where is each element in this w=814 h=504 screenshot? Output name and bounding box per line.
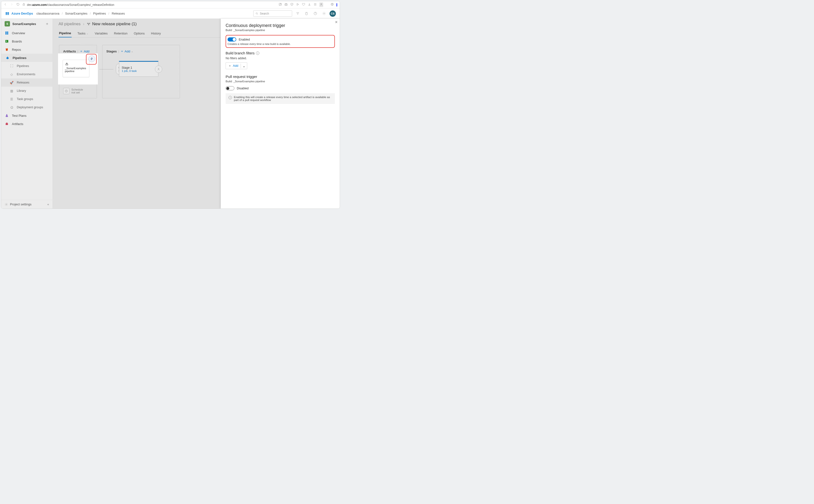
stages-column: Stages | ＋ Add ⌄ Stage 1 1 job, 0 task <box>102 45 180 98</box>
sidebar-item-library[interactable]: ▥ Library <box>1 87 52 95</box>
tab-history[interactable]: History <box>151 29 161 37</box>
search-placeholder: Search <box>260 12 269 15</box>
play-icon[interactable] <box>296 3 299 7</box>
crumb-pipelines[interactable]: Pipelines <box>93 12 106 15</box>
search-input[interactable]: Search <box>253 10 292 17</box>
collapse-icon[interactable]: « <box>47 202 49 206</box>
cube-icon[interactable] <box>331 3 334 7</box>
shield-icon[interactable] <box>290 3 294 7</box>
project-settings-label: Project settings <box>10 202 32 206</box>
project-header[interactable]: S SonarExamples ＋ <box>1 19 52 29</box>
artifacts-column: Artifacts | ＋ Add _SonarExamples pipelin… <box>59 45 97 98</box>
marketplace-icon[interactable] <box>303 10 310 17</box>
svg-rect-10 <box>7 32 8 33</box>
artifacts-title: Artifacts <box>63 50 76 53</box>
project-icon: S <box>5 21 10 26</box>
pipeline-title[interactable]: New release pipeline (1) <box>87 22 136 26</box>
crumb-releases[interactable]: Releases <box>112 12 125 15</box>
tab-variables[interactable]: Variables <box>94 29 108 37</box>
schedule-row[interactable]: Schedule not set <box>63 88 83 94</box>
svg-rect-11 <box>5 33 7 34</box>
tab-retention[interactable]: Retention <box>113 29 128 37</box>
sidebar-item-pipelines[interactable]: Pipelines <box>1 54 52 62</box>
heart-icon[interactable] <box>302 3 305 7</box>
sidebar-item-test-plans[interactable]: Test Plans <box>1 111 52 120</box>
gear-icon[interactable]: Project settings <box>5 202 32 206</box>
cd-enabled-toggle[interactable] <box>228 37 236 42</box>
add-project-icon[interactable]: ＋ <box>45 21 49 26</box>
taskgroups-icon: ☰ <box>9 97 14 101</box>
clock-icon <box>63 88 69 94</box>
nav-fwd-icon[interactable] <box>10 3 13 7</box>
sidebar-item-overview[interactable]: Overview <box>1 29 52 37</box>
nav-back-icon[interactable] <box>4 3 7 7</box>
sidebar-item-deployment-groups[interactable]: ⌬ Deployment groups <box>1 103 52 111</box>
add-filter-button[interactable]: ＋Add ⌄ <box>226 62 247 69</box>
sidebar-item-releases[interactable]: 🚀 Releases <box>1 78 52 87</box>
tab-options[interactable]: Options <box>133 29 145 37</box>
tab-pipeline[interactable]: Pipeline <box>59 29 72 37</box>
profile-icon[interactable] <box>319 2 323 7</box>
overview-icon <box>5 31 9 35</box>
sidebar-item-artifacts[interactable]: Artifacts <box>1 120 52 128</box>
info-icon: i <box>229 96 232 99</box>
schedule-label2: not set <box>71 91 83 94</box>
library-icon: ▥ <box>9 89 14 93</box>
crumb-project[interactable]: SonarExamples <box>65 12 87 15</box>
sidebar-item-repos[interactable]: Repos <box>1 45 52 54</box>
post-deploy-conditions[interactable] <box>155 66 162 73</box>
azure-topbar: Azure DevOps claudiasonarova / SonarExam… <box>1 8 340 19</box>
project-name: SonarExamples <box>12 22 43 26</box>
crumb-org[interactable]: claudiasonarova <box>36 12 59 15</box>
pr-trigger-label: Disabled <box>237 87 249 90</box>
cd-trigger-button[interactable] <box>88 55 95 62</box>
schedule-label1: Schedule <box>71 88 83 91</box>
tab-tasks[interactable]: Tasks⌄ <box>77 29 89 37</box>
artifact-card[interactable]: _SonarExamples pipeline <box>63 60 89 77</box>
svg-rect-0 <box>23 4 25 5</box>
download-icon[interactable] <box>308 3 311 7</box>
svg-rect-16 <box>6 123 8 125</box>
url-bar[interactable]: dev.azure.com/claudiasonarova/SonarExamp… <box>22 3 276 7</box>
stage-card[interactable]: Stage 1 1 job, 0 task <box>119 62 158 77</box>
sidebar-item-pipelines-sub[interactable]: ⛶ Pipelines <box>1 62 52 70</box>
sidebar-item-task-groups[interactable]: ☰ Task groups <box>1 95 52 103</box>
lock-icon <box>22 3 25 7</box>
panel-title: Continuous deployment trigger <box>226 23 335 28</box>
add-artifact-button[interactable]: ＋ Add <box>80 49 89 53</box>
add-stage-button[interactable]: ＋ Add ⌄ <box>120 49 133 53</box>
settings-icon[interactable] <box>321 10 327 17</box>
sidebar-item-boards[interactable]: Boards <box>1 37 52 45</box>
stages-title: Stages <box>106 50 117 53</box>
list-icon[interactable] <box>314 3 317 7</box>
camera-icon[interactable] <box>284 3 288 7</box>
svg-rect-15 <box>6 41 7 42</box>
product-name: Azure DevOps <box>11 12 33 15</box>
azure-logo[interactable]: Azure DevOps <box>5 11 33 16</box>
all-pipelines-crumb[interactable]: All pipelines <box>59 22 81 26</box>
sidebar-item-environments[interactable]: ◇ Environments <box>1 70 52 78</box>
testplans-icon <box>5 113 9 118</box>
close-panel-button[interactable]: ✕ <box>335 20 338 24</box>
browser-chrome: dev.azure.com/claudiasonarova/SonarExamp… <box>1 1 340 8</box>
artifacts-icon <box>5 122 9 126</box>
svg-point-4 <box>321 3 322 5</box>
info-icon[interactable]: i <box>256 51 259 55</box>
help-icon[interactable] <box>312 10 318 17</box>
filter-icon[interactable] <box>295 10 301 17</box>
branch-filters-heading: Build branch filters i <box>226 51 335 55</box>
stage-name: Stage 1 <box>122 66 156 69</box>
user-avatar[interactable]: CS <box>330 10 336 17</box>
pipelines-icon <box>5 56 10 60</box>
stage-summary[interactable]: 1 job, 0 task <box>122 69 156 72</box>
cd-enabled-desc: Creates a release every time a new build… <box>228 42 332 45</box>
svg-point-5 <box>256 13 257 14</box>
ext-icon[interactable] <box>279 3 282 7</box>
main-content: All pipelines › New release pipeline (1)… <box>53 19 340 209</box>
pr-trigger-toggle[interactable] <box>226 86 234 90</box>
pipelines-sub-icon: ⛶ <box>9 64 14 68</box>
indicator-icon <box>336 3 337 7</box>
chevron-down-icon[interactable]: ⌄ <box>241 64 247 68</box>
nav-reload-icon[interactable] <box>16 3 20 7</box>
breadcrumbs: claudiasonarova / SonarExamples / Pipeli… <box>36 12 125 15</box>
